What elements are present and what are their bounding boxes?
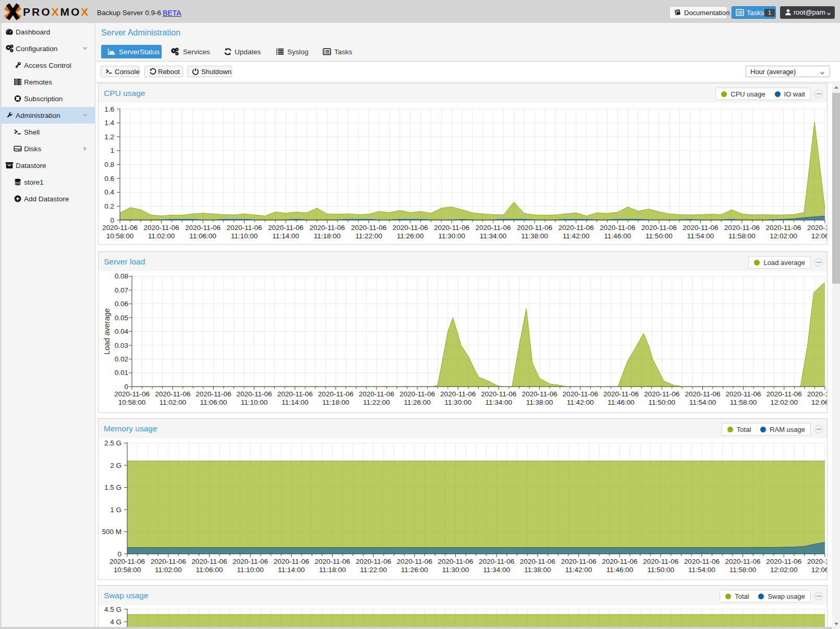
svg-text:11:34:00: 11:34:00 [483,566,510,574]
svg-text:2020-11-06: 2020-11-06 [314,558,350,565]
svg-text:11:46:00: 11:46:00 [607,398,635,406]
svg-text:11:50:00: 11:50:00 [649,398,676,406]
svg-text:11:02:00: 11:02:00 [148,232,175,240]
svg-text:2020-11-06: 2020-11-06 [268,224,303,232]
svg-text:11:10:00: 11:10:00 [237,566,264,574]
svg-text:2020-11-06: 2020-11-06 [143,224,179,232]
svg-text:11:50:00: 11:50:00 [647,566,674,574]
svg-text:12:06:00: 12:06:00 [811,232,827,240]
svg-text:0: 0 [110,216,114,224]
svg-text:0.03: 0.03 [115,342,128,349]
svg-text:0.6: 0.6 [104,175,114,183]
svg-text:2020-11-06: 2020-11-06 [476,224,511,232]
svg-text:11:42:00: 11:42:00 [565,566,592,574]
svg-text:2020-11-06: 2020-11-06 [434,224,469,232]
svg-text:2 G: 2 G [110,462,121,469]
svg-text:2020-11-06: 2020-11-06 [233,558,268,565]
svg-text:11:58:00: 11:58:00 [730,398,757,406]
svg-text:2020-11-06: 2020-11-06 [522,390,557,398]
svg-text:2020-11-06: 2020-11-06 [191,558,227,565]
svg-text:11:38:00: 11:38:00 [524,566,551,574]
svg-text:11:26:00: 11:26:00 [397,232,424,240]
svg-text:2020-11-06: 2020-11-06 [602,558,637,565]
svg-text:11:18:00: 11:18:00 [319,566,346,574]
svg-text:2020-11-06: 2020-11-06 [644,390,679,398]
svg-text:2020-11-06: 2020-11-06 [765,224,801,232]
svg-text:2020-11-06: 2020-11-06 [310,224,345,232]
svg-text:10:58:00: 10:58:00 [106,232,134,240]
svg-text:11:54:00: 11:54:00 [689,398,716,406]
svg-text:11:10:00: 11:10:00 [231,232,258,240]
svg-text:0.02: 0.02 [115,355,128,363]
svg-text:2020-11-06: 2020-11-06 [725,558,761,565]
svg-text:2020-11-06: 2020-11-06 [643,558,678,565]
svg-text:11:14:00: 11:14:00 [282,398,309,406]
svg-text:12:02:00: 12:02:00 [771,398,798,406]
svg-text:2020-11-06: 2020-11-06 [109,558,145,565]
svg-text:11:18:00: 11:18:00 [322,398,349,406]
svg-text:2020-11-06: 2020-11-06 [274,558,309,565]
svg-text:0.05: 0.05 [115,314,128,322]
svg-text:4 G: 4 G [110,618,121,626]
svg-text:0.8: 0.8 [104,161,114,168]
svg-text:11:30:00: 11:30:00 [442,566,469,574]
svg-text:12:06:00: 12:06:00 [811,566,827,574]
svg-text:2020-11-06: 2020-11-06 [561,558,596,565]
svg-text:2020-11-06: 2020-11-06 [277,390,313,398]
svg-text:1 G: 1 G [110,506,121,514]
svg-text:11:42:00: 11:42:00 [567,398,594,406]
svg-text:11:26:00: 11:26:00 [401,566,428,574]
svg-text:2020-11-06: 2020-11-06 [641,224,677,232]
svg-text:2020-11-06: 2020-11-06 [155,390,190,398]
svg-text:10:58:00: 10:58:00 [114,566,141,574]
svg-text:1.2: 1.2 [104,133,114,141]
svg-text:2020-11-06: 2020-11-06 [318,390,354,398]
svg-text:10:58:00: 10:58:00 [118,398,146,406]
svg-text:2020-11-06: 2020-11-06 [807,224,827,232]
svg-text:2020-11-06: 2020-11-06 [683,224,718,232]
svg-text:2020-11-06: 2020-11-06 [517,224,552,232]
svg-text:2020-11-06: 2020-11-06 [520,558,555,565]
svg-text:11:02:00: 11:02:00 [155,566,182,574]
svg-text:11:06:00: 11:06:00 [200,398,227,406]
svg-text:11:22:00: 11:22:00 [360,566,387,574]
svg-text:2020-11-06: 2020-11-06 [807,558,827,565]
svg-text:2020-11-06: 2020-11-06 [196,390,231,398]
svg-text:11:54:00: 11:54:00 [688,566,715,574]
svg-text:500 M: 500 M [102,528,121,536]
svg-text:12:02:00: 12:02:00 [770,232,797,240]
svg-text:0.04: 0.04 [115,328,129,335]
svg-text:0.07: 0.07 [115,286,128,294]
svg-text:11:34:00: 11:34:00 [480,232,507,240]
svg-text:11:46:00: 11:46:00 [604,232,631,240]
svg-text:1.5 G: 1.5 G [104,483,121,491]
svg-text:11:14:00: 11:14:00 [272,232,299,240]
svg-text:2020-11-06: 2020-11-06 [393,224,428,232]
svg-text:4.5 G: 4.5 G [104,606,121,613]
svg-text:11:42:00: 11:42:00 [563,232,590,240]
svg-text:2020-11-06: 2020-11-06 [726,390,761,398]
svg-text:11:06:00: 11:06:00 [189,232,216,240]
svg-text:2020-11-06: 2020-11-06 [685,390,720,398]
svg-text:11:38:00: 11:38:00 [521,232,549,240]
svg-text:11:26:00: 11:26:00 [404,398,431,406]
svg-text:0.4: 0.4 [104,188,114,196]
svg-text:2020-11-06: 2020-11-06 [563,390,598,398]
svg-text:2020-11-06: 2020-11-06 [359,390,394,398]
svg-text:11:14:00: 11:14:00 [278,566,305,574]
svg-text:2020-11-06: 2020-11-06 [807,390,827,398]
svg-text:2020-11-06: 2020-11-06 [600,224,635,232]
svg-text:11:30:00: 11:30:00 [445,398,472,406]
svg-text:11:38:00: 11:38:00 [526,398,553,406]
svg-text:1.6: 1.6 [104,105,114,113]
svg-text:11:30:00: 11:30:00 [438,232,465,240]
svg-text:2020-11-06: 2020-11-06 [114,390,150,398]
svg-text:11:50:00: 11:50:00 [646,232,673,240]
svg-text:2020-11-06: 2020-11-06 [479,558,514,565]
svg-text:2.5 G: 2.5 G [104,439,121,447]
svg-text:11:22:00: 11:22:00 [363,398,390,406]
svg-text:0: 0 [124,383,128,391]
svg-text:11:18:00: 11:18:00 [314,232,341,240]
svg-text:2020-11-06: 2020-11-06 [766,390,802,398]
svg-text:0.08: 0.08 [115,272,128,280]
